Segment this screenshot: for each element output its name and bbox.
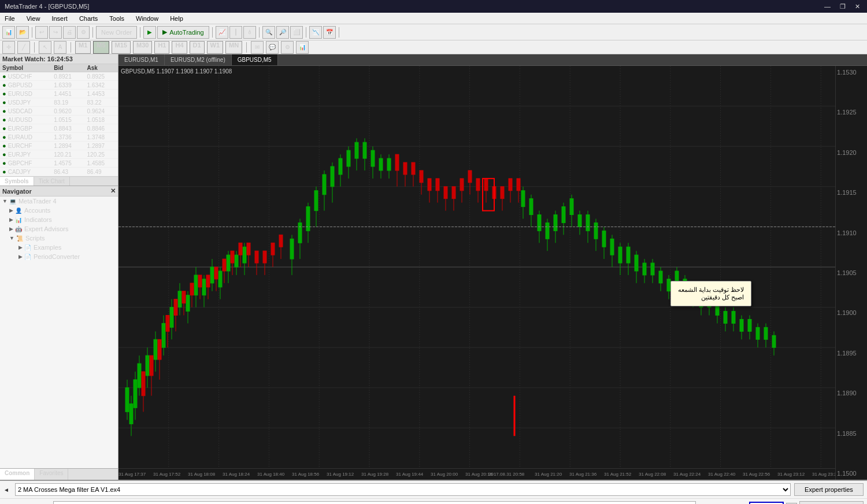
tab-symbols[interactable]: Symbols [0,177,34,186]
svg-rect-213 [509,179,512,191]
svg-rect-195 [436,179,439,191]
menu-item-charts[interactable]: Charts [77,14,100,23]
chart-tab-eurusd-m1[interactable]: EURUSD,M1 [118,54,165,65]
menu-item-insert[interactable]: Insert [49,14,70,23]
menu-item-view[interactable]: View [24,14,43,23]
market-watch-row[interactable]: ● USDCAD0.96200.9624 [0,107,118,116]
left-arrow-btn[interactable]: ◄ [3,487,9,493]
tf-m30[interactable]: M30 [133,41,152,54]
menu-item-help[interactable]: Help [168,14,186,23]
expert-properties-btn[interactable]: Expert properties [794,483,864,496]
crosshair-btn[interactable]: ✛ [2,41,15,54]
settings-btn[interactable]: ⚙ [281,41,294,54]
row-symbol: ● GBPCHF [0,159,51,168]
text-btn[interactable]: A [54,41,66,54]
menu-item-window[interactable]: Window [134,14,161,23]
svg-rect-47 [202,279,206,295]
chart-canvas[interactable]: GBPUSD,M5 1.1907 1.1908 1.1907 1.1908 1.… [118,66,867,480]
print-button[interactable]: 🖨 [63,26,76,39]
annotation-box: لاحظ توقيت بداية الشمعه اصبح كل دقيقتين [670,281,751,306]
redo-button[interactable]: ↪ [49,26,62,39]
nav-item-label: MetaTrader 4 [18,198,57,205]
line-btn[interactable]: ╱ [17,41,30,54]
arrow-btn[interactable]: ↖ [39,41,51,54]
row-dot: ● [2,90,8,97]
market-watch-row[interactable]: ● GBPUSD1.63391.6342 [0,81,118,90]
auto-scroll-btn[interactable]: ⬜ [290,26,303,39]
window-title: MetaTrader 4 - [GBPUSD,M5] [5,3,822,10]
market-watch-row[interactable]: ● AUDUSD1.05151.0518 [0,116,118,124]
chart-tab-eurusd-m2[interactable]: EURUSD,M2 (offline) [165,54,232,65]
nav-item-scripts[interactable]: ▼📜Scripts [0,234,118,243]
row-bid: 1.3736 [51,133,84,142]
market-watch-row[interactable]: ● EURUSD1.44511.4453 [0,90,118,98]
nav-item-expert-advisors[interactable]: ▶🤖Expert Advisors [0,224,118,234]
market-watch-row[interactable]: ● EURJPY120.21120.25 [0,150,118,159]
close-button[interactable]: ✕ [853,3,862,10]
market-watch-row[interactable]: ● EURCHF1.28941.2897 [0,142,118,150]
auto-trading-button[interactable]: ▶ AutoTrading [157,26,209,39]
svg-rect-109 [618,247,622,263]
indicators-btn[interactable]: 📉 [309,26,322,39]
tf-d1[interactable]: D1 [190,41,205,54]
market-watch-tabs: Symbols Tick Chart [0,176,118,186]
auto-trading-label: AutoTrading [169,29,204,36]
tf-mn[interactable]: MN [225,41,242,54]
open-button[interactable]: 📂 [16,26,29,39]
navigator-title: Navigator [2,188,32,195]
minimize-button[interactable]: — [822,3,833,10]
zoom-in-button[interactable]: ▶ [143,26,156,39]
menu-item-file[interactable]: File [2,14,17,23]
ea-name-dropdown[interactable]: 2 MA Crosses Mega filter EA V1.ex4 [15,483,791,496]
email-btn[interactable]: ✉ [251,41,264,54]
undo-button[interactable]: ↩ [35,26,48,39]
properties-button[interactable]: ⚙ [77,26,90,39]
market-watch-row[interactable]: ● CADJPY86.4386.49 [0,168,118,176]
market-watch-row[interactable]: ● GBPCHF1.45751.4585 [0,159,118,168]
nav-item-label: PeriodConverter [34,253,80,260]
market-watch-row[interactable]: ● EURAUD1.37361.3748 [0,133,118,142]
symbol-properties-btn[interactable]: Symbol properties [799,501,864,504]
tf-m1[interactable]: M1 [75,41,91,54]
market-watch-row[interactable]: ● USDJPY83.1983.22 [0,98,118,107]
restore-button[interactable]: ❐ [838,3,848,10]
market-watch-row[interactable]: ● USDCHF0.89210.8925 [0,72,118,81]
period-input[interactable] [749,502,784,504]
nav-item-periodconverter[interactable]: ▶📄PeriodConverter [0,252,118,261]
tf-h4[interactable]: H4 [172,41,187,54]
zoom-in-btn2[interactable]: 🔍 [262,26,275,39]
sms-btn[interactable]: 💬 [266,41,279,54]
candle-chart-button[interactable]: 🕯 [243,26,256,39]
period-btn[interactable]: 📅 [323,26,336,39]
chart-tab-gbpusd-m5[interactable]: GBPUSD,M5 [232,54,278,65]
nav-tab-common[interactable]: Common [0,469,35,480]
nav-item-examples[interactable]: ▶📄Examples [0,243,118,252]
tf-m5[interactable]: M5 [93,41,109,54]
svg-rect-175 [247,243,250,255]
chart-btn[interactable]: 📊 [296,41,309,54]
new-chart-button[interactable]: 📊 [2,26,15,39]
tf-m15[interactable]: M15 [112,41,131,54]
row-ask: 0.8846 [85,124,118,133]
row-symbol: ● GBPUSD [0,81,51,90]
tf-h1[interactable]: H1 [154,41,169,54]
tab-tick-chart[interactable]: Tick Chart [34,177,70,186]
new-order-button[interactable]: New Order [96,26,137,39]
svg-rect-37 [162,323,165,347]
svg-rect-111 [627,247,630,263]
zoom-out-btn[interactable]: 🔎 [276,26,289,39]
bar-chart-button[interactable]: ┃ [229,26,242,39]
nav-item-metatrader-4[interactable]: ▼💻MetaTrader 4 [0,197,118,206]
svg-rect-177 [255,251,258,263]
tf-w1[interactable]: W1 [207,41,224,54]
nav-item-indicators[interactable]: ▶📊Indicators [0,215,118,224]
nav-item-accounts[interactable]: ▶👤Accounts [0,206,118,215]
nav-expand-icon: ▶ [9,226,13,232]
navigator-close[interactable]: ✕ [110,187,116,195]
svg-rect-169 [223,259,226,271]
symbol-dropdown[interactable]: GBPUSD, Great Britain Pound vs US Dollar [53,501,696,504]
menu-item-tools[interactable]: Tools [107,14,127,23]
line-chart-button[interactable]: 📈 [216,26,228,39]
market-watch-row[interactable]: ● EURGBP0.88430.8846 [0,124,118,133]
nav-tab-favorites[interactable]: Favorites [35,469,68,480]
